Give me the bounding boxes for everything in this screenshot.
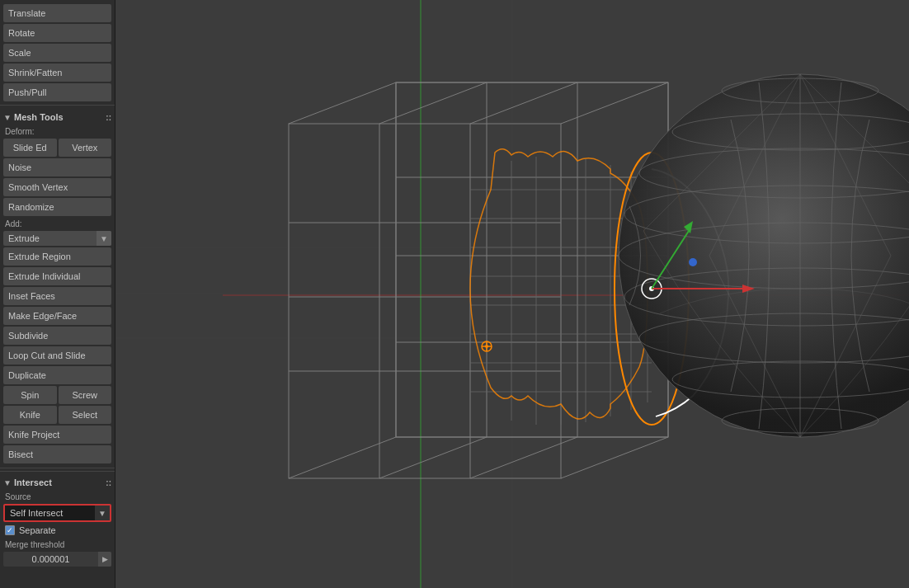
push-pull-button[interactable]: Push/Pull [3, 83, 111, 101]
scene-svg [115, 0, 909, 588]
knife-select-row: Knife Select [3, 406, 111, 424]
extrude-individual-button[interactable]: Extrude Individual [3, 267, 111, 285]
vertex-button[interactable]: Vertex [59, 139, 112, 157]
mesh-tools-header[interactable]: ▼ Mesh Tools :: [0, 108, 115, 125]
rotate-button[interactable]: Rotate [3, 24, 111, 42]
knife-project-button[interactable]: Knife Project [3, 426, 111, 444]
translate-button[interactable]: Translate [3, 4, 111, 22]
separate-checkbox[interactable]: ✓ [5, 525, 15, 535]
intersect-section: ▼ Intersect :: Source Self Intersect ▼ ✓… [0, 471, 115, 567]
loop-cut-button[interactable]: Loop Cut and Slide [3, 346, 111, 365]
add-label: Add: [0, 217, 115, 230]
spin-screw-row: Spin Screw [3, 386, 111, 404]
deform-label: Deform: [0, 125, 115, 138]
scale-button[interactable]: Scale [3, 44, 111, 62]
extrude-label: Extrude [3, 231, 97, 246]
select-button[interactable]: Select [59, 406, 112, 424]
extrude-region-button[interactable]: Extrude Region [3, 247, 111, 266]
merge-threshold-arrow-icon[interactable]: ▶ [98, 552, 111, 567]
knife-button[interactable]: Knife [3, 406, 57, 424]
noise-button[interactable]: Noise [3, 158, 111, 176]
merge-threshold-value: 0.000001 [3, 552, 98, 567]
screw-button[interactable]: Screw [59, 386, 112, 404]
randomize-button[interactable]: Randomize [3, 198, 111, 216]
mesh-tools-dots: :: [106, 113, 111, 122]
left-panel: Translate Rotate Scale Shrink/Fatten Pus… [0, 0, 115, 588]
merge-threshold-field[interactable]: 0.000001 ▶ [3, 552, 111, 567]
self-intersect-arrow-icon[interactable]: ▼ [95, 506, 110, 520]
merge-threshold-label: Merge threshold [0, 538, 115, 551]
extrude-arrow-icon[interactable]: ▼ [97, 231, 111, 246]
svg-point-65 [689, 258, 697, 266]
deform-buttons-row: Slide Ed Vertex [3, 139, 111, 157]
source-label: Source [0, 490, 115, 503]
bisect-button[interactable]: Bisect [3, 445, 111, 463]
smooth-vertex-button[interactable]: Smooth Vertex [3, 178, 111, 196]
shrink-fatten-button[interactable]: Shrink/Fatten [3, 64, 111, 82]
mesh-tools-label: ▼ Mesh Tools [3, 112, 64, 122]
separate-label: Separate [19, 525, 56, 535]
spin-button[interactable]: Spin [3, 386, 57, 404]
extrude-dropdown[interactable]: Extrude ▼ [3, 231, 111, 246]
intersect-header[interactable]: ▼ Intersect :: [0, 473, 115, 490]
intersect-label: ▼ Intersect [3, 477, 52, 487]
separate-row[interactable]: ✓ Separate [0, 523, 115, 538]
self-intersect-value: Self Intersect [5, 506, 95, 520]
3d-viewport[interactable] [115, 0, 909, 588]
duplicate-button[interactable]: Duplicate [3, 366, 111, 384]
subdivide-button[interactable]: Subdivide [3, 327, 111, 345]
inset-faces-button[interactable]: Inset Faces [3, 287, 111, 305]
intersect-dots: :: [106, 478, 111, 487]
self-intersect-dropdown[interactable]: Self Intersect ▼ [3, 504, 111, 522]
slide-ed-button[interactable]: Slide Ed [3, 139, 57, 157]
make-edge-face-button[interactable]: Make Edge/Face [3, 307, 111, 325]
